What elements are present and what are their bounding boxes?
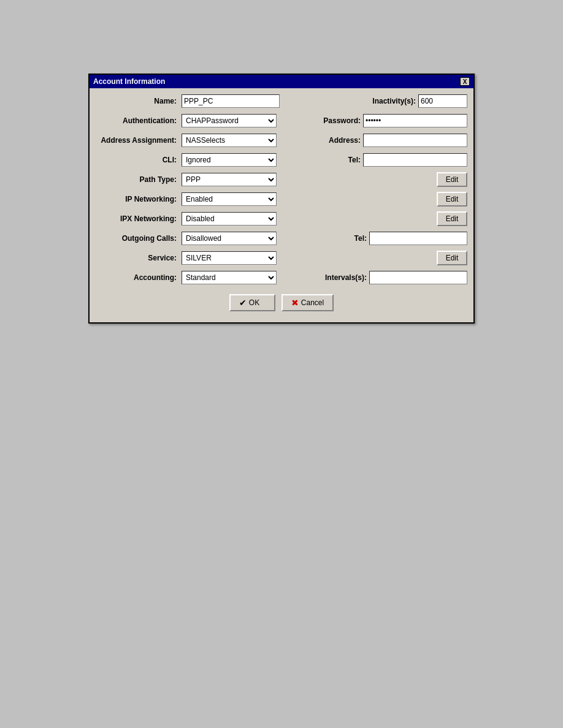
dialog-title: Account Information bbox=[93, 77, 165, 86]
accounting-select[interactable]: Standard None Custom bbox=[182, 271, 277, 284]
close-button[interactable]: X bbox=[460, 77, 470, 86]
ipx-networking-row: IPX Networking: Disabled Enabled Edit bbox=[96, 211, 467, 227]
service-row: Service: SILVER GOLD BRONZE Edit bbox=[96, 250, 467, 266]
authentication-select[interactable]: CHAPPassword PAP CHAP MS-CHAP bbox=[182, 114, 277, 127]
ok-button[interactable]: ✔ OK bbox=[229, 294, 275, 311]
outgoing-calls-label: Outgoing Calls: bbox=[96, 234, 182, 243]
ipx-networking-label: IPX Networking: bbox=[96, 214, 182, 223]
address-assignment-label: Address Assignment: bbox=[96, 136, 182, 145]
accounting-row: Accounting: Standard None Custom Interva… bbox=[96, 270, 467, 286]
address-assignment-row: Address Assignment: NASSelects Static Dy… bbox=[96, 132, 467, 148]
authentication-row: Authentication: CHAPPassword PAP CHAP MS… bbox=[96, 113, 467, 129]
inactivity-label: Inactivity(s): bbox=[372, 97, 416, 105]
ipx-networking-control: Disabled Enabled bbox=[182, 212, 277, 226]
cancel-label: Cancel bbox=[301, 298, 324, 307]
tel-outgoing-input[interactable] bbox=[369, 232, 467, 245]
tel-section: Tel: bbox=[348, 153, 467, 167]
tel-input[interactable] bbox=[363, 153, 467, 167]
dialog-body: Name: Inactivity(s): Authentication: CHA… bbox=[90, 88, 473, 322]
service-control: SILVER GOLD BRONZE bbox=[182, 251, 277, 265]
ip-networking-label: IP Networking: bbox=[96, 195, 182, 203]
ipx-edit-button[interactable]: Edit bbox=[437, 211, 467, 226]
account-information-dialog: Account Information X Name: Inactivity(s… bbox=[88, 74, 475, 324]
ipx-edit-section: Edit bbox=[437, 211, 467, 226]
name-input[interactable] bbox=[182, 94, 280, 108]
footer-buttons: ✔ OK ✖ Cancel bbox=[96, 289, 467, 317]
password-section: Password: bbox=[323, 114, 467, 127]
ipx-networking-select[interactable]: Disabled Enabled bbox=[182, 212, 277, 226]
cli-select[interactable]: Ignored Required Optional bbox=[182, 153, 277, 167]
ip-networking-control: Enabled Disabled bbox=[182, 192, 277, 206]
ip-networking-row: IP Networking: Enabled Disabled Edit bbox=[96, 191, 467, 207]
x-icon: ✖ bbox=[291, 298, 299, 308]
name-label: Name: bbox=[96, 97, 182, 105]
tel-outgoing-label: Tel: bbox=[354, 234, 367, 243]
path-type-control: PPP SLIP Raw bbox=[182, 173, 277, 186]
path-type-label: Path Type: bbox=[96, 175, 182, 184]
address-label: Address: bbox=[329, 136, 361, 145]
service-edit-button[interactable]: Edit bbox=[437, 251, 467, 265]
service-label: Service: bbox=[96, 254, 182, 262]
inactivity-input[interactable] bbox=[418, 94, 467, 108]
ok-label: OK bbox=[249, 298, 259, 307]
accounting-control: Standard None Custom bbox=[182, 271, 277, 284]
path-edit-button[interactable]: Edit bbox=[437, 172, 467, 187]
address-section: Address: bbox=[329, 134, 467, 147]
address-assignment-control: NASSelects Static Dynamic bbox=[182, 134, 277, 147]
address-input[interactable] bbox=[363, 134, 467, 147]
password-input[interactable] bbox=[363, 114, 467, 127]
intervals-input[interactable] bbox=[369, 271, 467, 284]
name-control bbox=[182, 94, 280, 108]
tel-outgoing-section: Tel: bbox=[354, 232, 467, 245]
inactivity-section: Inactivity(s): bbox=[372, 94, 467, 108]
intervals-section: Intervals(s): bbox=[325, 271, 467, 284]
password-label: Password: bbox=[323, 116, 361, 125]
outgoing-calls-control: Disallowed Allowed bbox=[182, 232, 277, 245]
service-edit-section: Edit bbox=[437, 251, 467, 265]
cancel-button[interactable]: ✖ Cancel bbox=[282, 294, 334, 311]
address-assignment-select[interactable]: NASSelects Static Dynamic bbox=[182, 134, 277, 147]
cli-label: CLI: bbox=[96, 156, 182, 164]
cli-control: Ignored Required Optional bbox=[182, 153, 277, 167]
outgoing-calls-row: Outgoing Calls: Disallowed Allowed Tel: bbox=[96, 230, 467, 246]
outgoing-calls-select[interactable]: Disallowed Allowed bbox=[182, 232, 277, 245]
checkmark-icon: ✔ bbox=[239, 298, 247, 308]
intervals-label: Intervals(s): bbox=[325, 273, 367, 282]
authentication-label: Authentication: bbox=[96, 116, 182, 125]
cli-row: CLI: Ignored Required Optional Tel: bbox=[96, 152, 467, 168]
ip-edit-section: Edit bbox=[437, 192, 467, 207]
name-row: Name: Inactivity(s): bbox=[96, 93, 467, 109]
service-select[interactable]: SILVER GOLD BRONZE bbox=[182, 251, 277, 265]
tel-label: Tel: bbox=[348, 156, 361, 164]
ip-networking-select[interactable]: Enabled Disabled bbox=[182, 192, 277, 206]
ip-edit-button[interactable]: Edit bbox=[437, 192, 467, 207]
path-edit-section: Edit bbox=[437, 172, 467, 187]
path-type-row: Path Type: PPP SLIP Raw Edit bbox=[96, 172, 467, 188]
path-type-select[interactable]: PPP SLIP Raw bbox=[182, 173, 277, 186]
authentication-control: CHAPPassword PAP CHAP MS-CHAP bbox=[182, 114, 277, 127]
accounting-label: Accounting: bbox=[96, 273, 182, 282]
title-bar: Account Information X bbox=[90, 75, 473, 88]
